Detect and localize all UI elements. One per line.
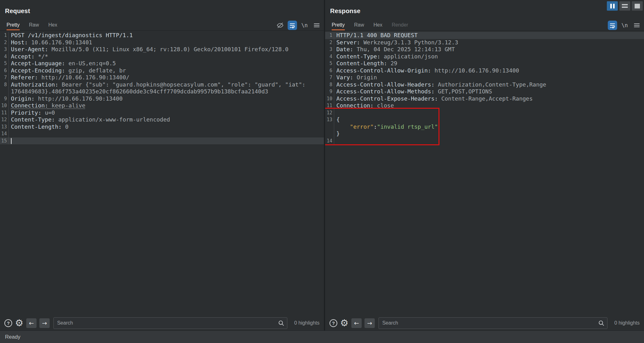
line-number: 9 <box>325 88 334 95</box>
request-editor-toolbar: \n <box>275 20 321 31</box>
line-number: 14 <box>325 137 334 145</box>
line-number: 2 <box>0 39 9 46</box>
code-line: 7Referer: http://10.66.176.90:13400/ <box>0 74 324 81</box>
search-icon <box>278 320 285 328</box>
line-number: 12 <box>325 109 334 117</box>
code-line: 5Content-Length: 29 <box>325 60 644 67</box>
line-number: 11 <box>0 109 9 117</box>
code-line: 11Priority: u=0 <box>0 109 324 117</box>
tab-pretty[interactable]: Pretty <box>7 22 20 30</box>
status-bar: Ready <box>0 331 644 343</box>
menu-icon[interactable] <box>632 21 642 30</box>
line-number: 11 <box>325 102 334 109</box>
request-panel-title: Request <box>5 7 30 15</box>
code-line: 10Connection: keep-alive <box>0 102 324 109</box>
maximize-button[interactable] <box>632 1 643 11</box>
menu-icon[interactable] <box>312 21 321 30</box>
help-icon[interactable]: ? <box>4 319 12 327</box>
line-number: 1 <box>0 32 9 39</box>
editor-split: Request Pretty Raw Hex <box>0 0 644 331</box>
word-wrap-icon[interactable] <box>288 21 297 30</box>
request-highlights-count: 0 highlights <box>294 320 320 326</box>
newline-icon[interactable]: \n <box>620 21 629 30</box>
tab-pretty[interactable]: Pretty <box>332 22 345 30</box>
status-text: Ready <box>5 334 20 340</box>
line-number: 4 <box>325 53 334 60</box>
gear-icon[interactable]: ⚙ <box>340 319 349 327</box>
square-icon <box>635 4 640 8</box>
window-controls <box>607 1 643 11</box>
line-number: 4 <box>0 53 9 60</box>
line-number: 3 <box>0 46 9 53</box>
code-line: "error":"invalid rtsp_url" <box>325 123 644 131</box>
line-number: 9 <box>0 95 9 102</box>
line-number: 13 <box>0 123 9 131</box>
code-line: 13{ <box>325 116 644 123</box>
line-number: 15 <box>0 137 9 145</box>
code-line: 2Server: Werkzeug/3.1.3 Python/3.12.3 <box>325 39 644 46</box>
tab-hex[interactable]: Hex <box>48 22 57 30</box>
code-line: 6Accept-Encoding: gzip, deflate, br <box>0 67 324 74</box>
pause-icon <box>613 4 615 8</box>
code-line: 11Connection: close <box>325 102 644 109</box>
next-match-button[interactable]: → <box>39 318 50 328</box>
tab-hex[interactable]: Hex <box>374 22 382 30</box>
line-number: 12 <box>0 116 9 123</box>
code-line: 7Vary: Origin <box>325 74 644 81</box>
line-number <box>0 88 9 95</box>
line-number: 7 <box>325 74 334 81</box>
response-tabs: Pretty Raw Hex Render <box>325 22 644 31</box>
code-line: 6Access-Control-Allow-Origin: http://10.… <box>325 67 644 74</box>
newline-icon[interactable]: \n <box>300 21 309 30</box>
word-wrap-icon[interactable] <box>608 21 617 30</box>
response-search-input[interactable] <box>379 317 607 329</box>
next-match-button[interactable]: → <box>364 318 375 328</box>
code-line: } <box>325 130 644 137</box>
code-line: 1HTTP/1.1 400 BAD REQUEST <box>325 32 644 39</box>
line-number: 7 <box>0 74 9 81</box>
line-number: 13 <box>325 116 334 123</box>
hide-matches-icon[interactable] <box>275 21 285 30</box>
request-editor[interactable]: 1POST /v1/ingest/diagnostics HTTP/1.12Ho… <box>0 31 324 316</box>
help-icon[interactable]: ? <box>329 319 337 327</box>
code-line: 12Content-Type: application/x-www-form-u… <box>0 116 324 123</box>
line-number: 6 <box>0 67 9 74</box>
pause-button[interactable] <box>607 1 618 11</box>
line-number <box>325 123 334 131</box>
code-line: 4Accept: */* <box>0 53 324 60</box>
prev-match-button[interactable]: ← <box>351 318 362 328</box>
response-highlights-count: 0 highlights <box>614 320 640 326</box>
code-line: 9Access-Control-Allow-Methods: GET,POST,… <box>325 88 644 95</box>
code-line: 2Host: 10.66.176.90:13401 <box>0 39 324 46</box>
tab-raw[interactable]: Raw <box>354 22 364 30</box>
code-line: 4Content-Type: application/json <box>325 53 644 60</box>
prev-match-button[interactable]: ← <box>26 318 37 328</box>
code-line: 1POST /v1/ingest/diagnostics HTTP/1.1 <box>0 32 324 39</box>
code-line: 9Origin: http://10.66.176.90:13400 <box>0 95 324 102</box>
line-number: 5 <box>0 60 9 67</box>
line-number: 8 <box>325 81 334 88</box>
code-line: 3User-Agent: Mozilla/5.0 (X11; Linux x86… <box>0 46 324 53</box>
code-line: 1764849683}.486f753a40235e20cf862660dde3… <box>0 88 324 95</box>
text-cursor <box>11 138 12 144</box>
code-line: 15 <box>0 137 324 145</box>
code-line: 3Date: Thu, 04 Dec 2025 12:14:13 GMT <box>325 46 644 53</box>
code-line: 8Access-Control-Allow-Headers: Authoriza… <box>325 81 644 88</box>
tab-render: Render <box>392 22 408 30</box>
code-line: 8Authorization: Bearer {"sub": "guard.ho… <box>0 81 324 88</box>
pause-icon <box>610 4 612 8</box>
code-line: 13Content-Length: 0 <box>0 123 324 131</box>
code-line: 14 <box>0 130 324 137</box>
line-number: 6 <box>325 67 334 74</box>
code-line: 5Accept-Language: en-US,en;q=0.5 <box>0 60 324 67</box>
line-number <box>325 130 334 137</box>
response-editor[interactable]: 1HTTP/1.1 400 BAD REQUEST2Server: Werkze… <box>325 31 644 316</box>
line-number: 5 <box>325 60 334 67</box>
layout-bars-button[interactable] <box>619 1 630 11</box>
horizontal-bars-icon <box>622 4 628 8</box>
response-editor-toolbar: \n <box>608 20 642 31</box>
line-number: 2 <box>325 39 334 46</box>
gear-icon[interactable]: ⚙ <box>15 319 23 327</box>
tab-raw[interactable]: Raw <box>29 22 39 30</box>
request-search-input[interactable] <box>53 317 287 329</box>
